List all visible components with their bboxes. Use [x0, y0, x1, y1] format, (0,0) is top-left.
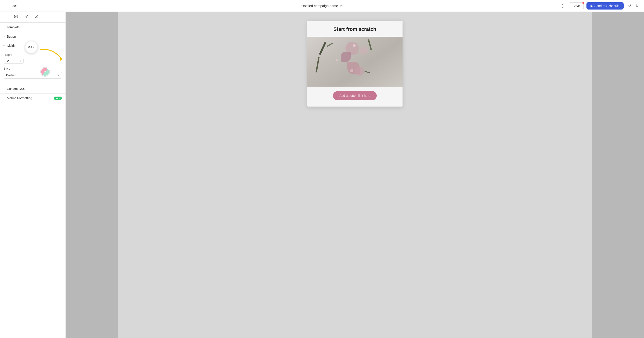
send-label: Send or Schedule	[594, 4, 620, 8]
button-label: Button	[7, 35, 16, 38]
custom-css-chevron-icon: ›	[4, 87, 4, 91]
send-schedule-button[interactable]: ▶ Send or Schedule	[586, 2, 624, 10]
back-button[interactable]: ← Back	[4, 3, 20, 9]
more-options-button[interactable]: ⋮	[559, 2, 566, 10]
save-button[interactable]: Save	[569, 3, 584, 9]
undo-button[interactable]: ↺	[626, 2, 633, 9]
flask-button[interactable]	[33, 13, 40, 21]
canvas-left-bg	[66, 12, 118, 338]
unsaved-indicator	[582, 2, 584, 4]
height-increase-button[interactable]: +	[18, 58, 23, 64]
style-label: Style	[4, 67, 62, 70]
topbar-right: ⋮ Save ▶ Send or Schedule ↺ ↻	[559, 2, 640, 10]
color-swatch[interactable]: ✏	[41, 68, 50, 76]
send-icon: ▶	[590, 4, 593, 8]
canvas-image	[308, 37, 402, 87]
divider-chevron-icon: ›	[2, 45, 6, 46]
divider-label: Divider	[7, 44, 17, 48]
color-swatch-icon: ✏	[44, 70, 46, 74]
canvas-header: Start from scratch	[308, 21, 402, 37]
add-button-link[interactable]: Add a button link here	[333, 91, 376, 100]
topbar-center: Untitled campaign name ✏	[302, 4, 343, 8]
campaign-title: Untitled campaign name	[302, 4, 338, 8]
template-chevron-icon: ›	[4, 26, 4, 29]
topbar: ← Back Untitled campaign name ✏ ⋮ Save ▶…	[0, 0, 644, 12]
email-canvas: Start from scratch Add a	[308, 21, 402, 107]
mobile-formatting-chevron-icon: ›	[4, 97, 4, 100]
layers-button[interactable]	[12, 13, 19, 21]
divider-content: Height 2 − + Style Solid Dashed Dotted	[0, 50, 66, 84]
canvas-right-bg	[592, 12, 644, 338]
filter-button[interactable]	[23, 13, 30, 21]
template-label: Template	[7, 25, 20, 29]
custom-css-label: Custom CSS	[7, 87, 25, 91]
sidebar-section-divider: › Divider Height 2 − + Style	[0, 41, 66, 84]
undo-redo-group: ↺ ↻	[626, 2, 640, 9]
button-chevron-icon: ›	[4, 35, 4, 38]
mobile-formatting-label: Mobile Formatting	[7, 96, 32, 100]
back-label: Back	[10, 4, 18, 8]
sidebar-item-mobile-formatting[interactable]: › Mobile Formatting New	[0, 94, 66, 103]
topbar-left: ← Back	[4, 3, 20, 9]
height-label: Height	[4, 53, 24, 57]
height-group: Height 2 − +	[4, 53, 24, 64]
color-swatch-wrapper: ✏	[41, 68, 50, 76]
save-label: Save	[573, 4, 580, 8]
edit-icon[interactable]: ✏	[340, 4, 342, 8]
height-decrease-button[interactable]: −	[12, 58, 18, 64]
style-select[interactable]: Solid Dashed Dotted	[4, 72, 62, 79]
add-element-button[interactable]: +	[4, 13, 9, 21]
new-badge: New	[54, 97, 62, 100]
floral-background	[308, 37, 402, 87]
sidebar-item-button[interactable]: › Button	[0, 32, 66, 41]
back-arrow-icon: ←	[6, 4, 9, 8]
sidebar-item-custom-css[interactable]: › Custom CSS	[0, 84, 66, 94]
height-control: 2 − +	[4, 58, 24, 64]
sidebar-toolbar: +	[0, 12, 66, 23]
height-value: 2	[4, 58, 12, 64]
sidebar-item-divider[interactable]: › Divider	[0, 41, 66, 50]
redo-button[interactable]: ↻	[634, 2, 640, 9]
sidebar-item-template[interactable]: › Template	[0, 23, 66, 32]
sidebar: › Template › Button › Divider Height 2 −…	[0, 23, 66, 338]
svg-marker-0	[24, 15, 28, 18]
canvas-area: Start from scratch Add a	[66, 12, 644, 338]
style-group: Style Solid Dashed Dotted	[4, 67, 62, 79]
canvas-title: Start from scratch	[315, 26, 395, 32]
canvas-footer: Add a button link here	[308, 87, 402, 107]
